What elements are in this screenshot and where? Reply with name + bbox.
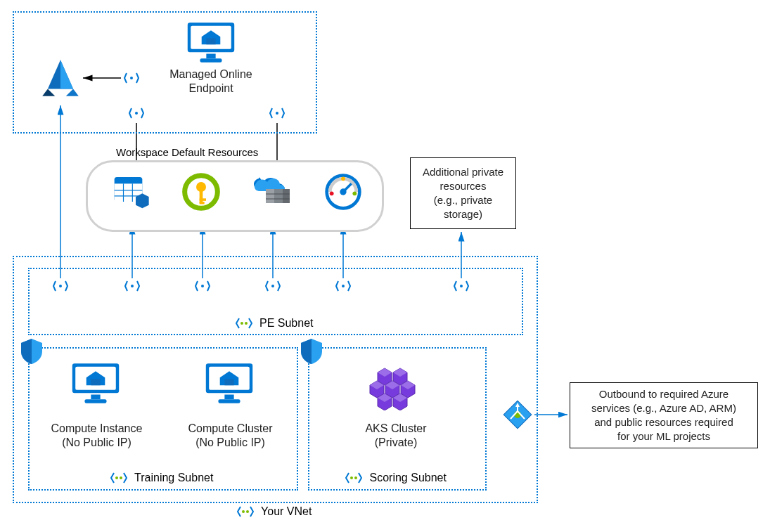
svg-point-44 <box>245 322 248 325</box>
svg-point-46 <box>131 285 134 287</box>
managed-online-endpoint-label: Managed Online Endpoint <box>158 67 264 96</box>
training-subnet-box <box>28 347 298 491</box>
outbound-services-box: Outbound to required Azure services (e.g… <box>570 382 758 448</box>
svg-rect-60 <box>224 395 233 400</box>
svg-point-42 <box>246 510 249 513</box>
private-endpoint-icon <box>124 280 140 292</box>
private-endpoint-icon <box>265 280 281 292</box>
svg-point-16 <box>135 112 138 115</box>
svg-rect-14 <box>200 58 222 63</box>
svg-rect-28 <box>200 198 206 201</box>
svg-point-48 <box>271 285 274 287</box>
key-vault-icon <box>181 172 221 212</box>
svg-point-39 <box>352 191 357 195</box>
svg-point-43 <box>240 322 243 325</box>
container-registry-icon <box>252 174 291 209</box>
storage-icon <box>111 172 150 212</box>
workspace-default-resources-title: Workspace Default Resources <box>116 146 258 158</box>
svg-rect-29 <box>200 202 205 205</box>
svg-rect-15 <box>206 38 215 44</box>
compute-cluster-icon <box>204 362 255 406</box>
private-endpoint-icon <box>269 107 285 119</box>
svg-point-50 <box>460 285 463 287</box>
shield-icon <box>300 337 323 365</box>
svg-point-40 <box>341 176 345 181</box>
vnet-label-row: Your VNet <box>0 505 548 518</box>
training-subnet-label-row: Training Subnet <box>28 471 295 484</box>
pe-subnet-label: PE Subnet <box>259 317 314 329</box>
private-endpoint-icon <box>454 280 469 292</box>
svg-line-37 <box>343 183 352 192</box>
training-subnet-label: Training Subnet <box>134 472 213 484</box>
svg-point-45 <box>59 285 62 287</box>
svg-point-47 <box>201 285 204 287</box>
private-endpoint-icon <box>124 72 139 84</box>
svg-rect-62 <box>224 379 233 385</box>
svg-point-51 <box>115 476 118 479</box>
shield-icon <box>20 337 44 365</box>
svg-point-52 <box>120 476 122 479</box>
aks-cluster-icon <box>368 365 424 410</box>
private-endpoint-icon <box>129 107 144 119</box>
scoring-subnet-label: Scoring Subnet <box>370 472 447 484</box>
svg-rect-61 <box>219 399 240 403</box>
svg-rect-32 <box>283 189 290 203</box>
svg-rect-30 <box>266 189 274 203</box>
managed-online-endpoint-icon <box>186 21 236 65</box>
svg-point-10 <box>130 77 133 79</box>
svg-rect-56 <box>85 399 107 403</box>
compute-cluster-label: Compute Cluster (No Public IP) <box>172 422 288 450</box>
compute-instance-label: Compute Instance (No Public IP) <box>39 422 155 450</box>
svg-rect-27 <box>200 190 203 204</box>
svg-rect-57 <box>91 379 100 385</box>
svg-point-41 <box>242 510 245 513</box>
additional-private-resources-box: Additional private resources (e.g., priv… <box>410 157 516 229</box>
aml-workspace-icon <box>39 56 82 100</box>
scoring-subnet-label-row: Scoring Subnet <box>308 471 484 484</box>
svg-point-63 <box>350 476 353 479</box>
svg-rect-31 <box>274 189 283 203</box>
svg-point-17 <box>276 112 278 115</box>
compute-instance-icon <box>70 362 121 406</box>
svg-point-38 <box>330 191 334 195</box>
svg-rect-55 <box>91 395 100 400</box>
load-balancer-icon <box>502 399 533 430</box>
private-endpoint-icon <box>53 280 68 292</box>
private-endpoint-icon <box>195 280 210 292</box>
vnet-label: Your VNet <box>261 505 312 517</box>
private-endpoint-icon <box>335 280 351 292</box>
svg-point-49 <box>342 285 345 287</box>
svg-point-64 <box>354 476 357 479</box>
aks-cluster-label: AKS Cluster (Private) <box>343 422 449 450</box>
pe-subnet-label-row: PE Subnet <box>28 316 520 330</box>
app-insights-icon <box>323 172 363 212</box>
svg-rect-13 <box>206 54 215 59</box>
